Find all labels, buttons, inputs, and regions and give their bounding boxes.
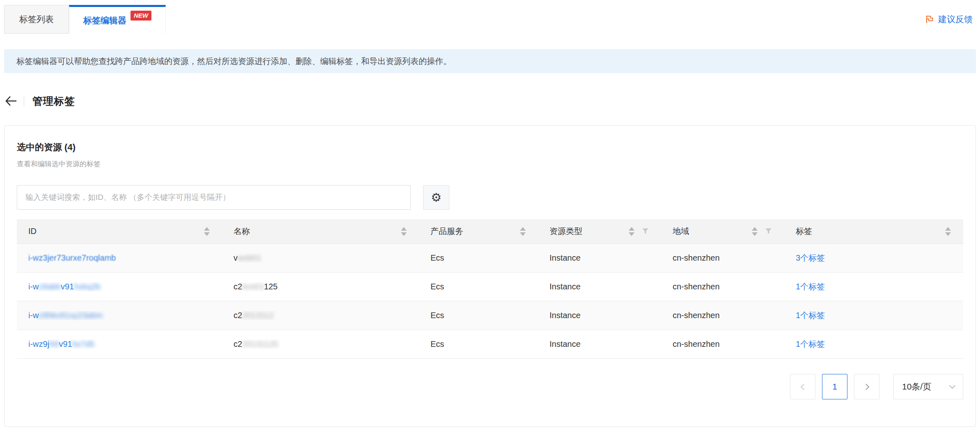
cell-service: Ecs	[419, 282, 538, 291]
cell-region: cn-shenzhen	[661, 282, 784, 291]
page-size-select[interactable]: 10条/页	[893, 374, 963, 399]
cell-type: Instance	[538, 282, 661, 291]
column-header-3: 产品服务	[419, 219, 538, 243]
column-label: 名称	[234, 226, 401, 237]
chevron-right-icon	[863, 383, 869, 390]
tag-count-link[interactable]: 3个标签	[796, 253, 825, 262]
column-header-4: 资源类型	[538, 219, 661, 243]
column-label: 资源类型	[550, 226, 629, 237]
cell-text: c2	[234, 282, 242, 291]
cell-text: v91	[59, 339, 72, 348]
resource-id-link[interactable]: i-wz9jfr8v91hx7d5	[28, 339, 94, 348]
table-body: i-wz3jer73urxe7roqlambvwxb01EcsInstancec…	[17, 244, 963, 359]
redacted-text: 2013112	[242, 311, 273, 320]
filter-icon[interactable]	[642, 228, 649, 235]
table-row: i-wz9jfr8v91hx7d5c220131125EcsInstancecn…	[17, 330, 963, 359]
redacted-text: fr8	[49, 339, 59, 348]
sort-icon[interactable]	[520, 227, 526, 236]
tag-count-link[interactable]: 1个标签	[796, 311, 825, 320]
cell-text: i-wz9j	[28, 339, 49, 348]
cell-text: 125	[264, 282, 277, 291]
caret-up-icon	[752, 227, 758, 231]
feedback-link[interactable]: 建议反馈	[925, 14, 973, 25]
next-page-button[interactable]	[854, 374, 879, 399]
chevron-left-icon	[800, 383, 807, 390]
tab-label: 标签编辑器	[83, 15, 126, 26]
caret-up-icon	[204, 227, 210, 231]
table-header: ID名称产品服务资源类型地域标签	[17, 219, 963, 244]
cell-service: Ecs	[419, 339, 538, 349]
tag-count-link[interactable]: 1个标签	[796, 339, 825, 348]
column-label: 地域	[673, 226, 752, 237]
cell-type: Instance	[538, 311, 661, 320]
table-row: i-wz3jer73urxe7roqlambvwxb01EcsInstancec…	[17, 244, 963, 273]
cell-id: i-wz9abkv91hxkq2b	[17, 282, 222, 291]
filter-icon[interactable]	[765, 228, 772, 235]
column-header-6: 标签	[784, 219, 963, 243]
panel-title: 选中的资源 (4)	[17, 141, 963, 154]
resource-id-link[interactable]: i-wz9hkv91xy23abm	[28, 311, 103, 320]
cell-tags: 1个标签	[784, 339, 963, 350]
pagination: 1 10条/页	[17, 374, 963, 399]
back-button[interactable]	[4, 92, 22, 110]
cell-id: i-wz3jer73urxe7roqlamb	[17, 253, 222, 263]
settings-button[interactable]: ⚙	[423, 185, 449, 210]
redacted-text: hx7d5	[72, 339, 95, 348]
column-label: 产品服务	[430, 226, 520, 237]
column-icons	[401, 227, 407, 236]
gear-icon: ⚙	[431, 190, 442, 204]
sort-icon[interactable]	[401, 227, 407, 236]
cell-region: cn-shenzhen	[661, 339, 784, 349]
cell-id: i-wz9jfr8v91hx7d5	[17, 339, 222, 349]
cell-text: v91	[61, 282, 74, 291]
tab-list: 标签列表标签编辑器NEW	[4, 5, 166, 34]
sort-icon[interactable]	[629, 227, 634, 236]
column-label: ID	[28, 227, 204, 236]
search-input[interactable]	[17, 185, 411, 210]
cell-name: vwxb01	[222, 253, 419, 263]
tag-count-link[interactable]: 1个标签	[796, 282, 825, 291]
info-banner-text: 标签编辑器可以帮助您查找跨产品跨地域的资源，然后对所选资源进行添加、删除、编辑标…	[16, 57, 451, 66]
cell-name: c220131125	[222, 339, 419, 349]
caret-down-icon	[945, 232, 951, 236]
redacted-text: wxb01	[238, 253, 261, 262]
sort-icon[interactable]	[204, 227, 210, 236]
flag-icon	[925, 14, 934, 24]
page-number-button[interactable]: 1	[822, 374, 847, 399]
redacted-text: z9abk	[39, 282, 61, 291]
caret-down-icon	[752, 232, 758, 236]
sort-icon[interactable]	[752, 227, 758, 236]
resource-id-link[interactable]: i-wz3jer73urxe7roqlamb	[28, 253, 116, 262]
caret-up-icon	[945, 227, 951, 231]
prev-page-button[interactable]	[790, 374, 815, 399]
tab-tag-list[interactable]: 标签列表	[4, 5, 69, 34]
cell-type: Instance	[538, 339, 661, 349]
column-icons	[752, 227, 772, 236]
cell-name: c2test01125	[222, 282, 419, 291]
sort-icon[interactable]	[945, 227, 951, 236]
redacted-text: i-wz3jer73urxe7roqlamb	[28, 253, 116, 262]
cell-tags: 1个标签	[784, 281, 963, 292]
column-icons	[629, 227, 649, 236]
panel-subtitle: 查看和编辑选中资源的标签	[17, 159, 963, 169]
page-title: 管理标签	[32, 94, 75, 108]
column-header-2: 名称	[222, 219, 419, 243]
resource-id-link[interactable]: i-wz9abkv91hxkq2b	[28, 282, 101, 291]
tab-bar: 标签列表标签编辑器NEW 建议反馈	[4, 5, 976, 34]
column-icons	[204, 227, 210, 236]
table-row: i-wz9hkv91xy23abmc22013112EcsInstancecn-…	[17, 301, 963, 330]
cell-text: i-w	[28, 282, 39, 291]
title-row: 管理标签	[4, 92, 976, 110]
caret-down-icon	[401, 232, 407, 236]
caret-down-icon	[204, 232, 210, 236]
caret-up-icon	[520, 227, 526, 231]
caret-up-icon	[629, 227, 634, 231]
redacted-text: test01	[242, 282, 264, 291]
chevron-down-icon	[949, 382, 956, 389]
cell-text: c2	[234, 339, 242, 348]
column-icons	[945, 227, 951, 236]
tab-tag-editor[interactable]: 标签编辑器NEW	[69, 5, 166, 34]
resources-table: ID名称产品服务资源类型地域标签 i-wz3jer73urxe7roqlambv…	[17, 219, 963, 359]
column-icons	[520, 227, 526, 236]
info-banner: 标签编辑器可以帮助您查找跨产品跨地域的资源，然后对所选资源进行添加、删除、编辑标…	[4, 49, 976, 73]
